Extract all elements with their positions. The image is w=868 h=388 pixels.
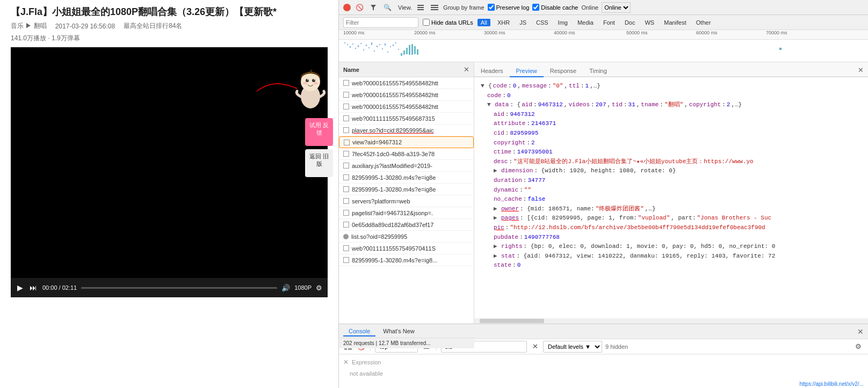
trial-feedback-button[interactable]: 试用 反馈 xyxy=(305,118,333,146)
item-checkbox[interactable] xyxy=(343,174,349,180)
group-by-frame-button[interactable] xyxy=(429,2,440,13)
list-item[interactable]: 0e65dd8a89cd182af6bd37ef17 xyxy=(339,219,474,231)
json-rights-line: ▶ rights : {bp: 0, elec: 0, download: 1,… xyxy=(481,242,862,252)
settings-button[interactable]: ⚙ xyxy=(316,284,322,292)
expression-result: not available xyxy=(339,369,868,378)
item-checkbox[interactable] xyxy=(343,92,349,98)
filter-icon[interactable] xyxy=(368,2,379,13)
tab-console[interactable]: Console xyxy=(343,327,375,336)
selected-list-item[interactable]: view?aid=9467312 xyxy=(339,136,474,148)
json-no-cache-line: no_cache : false xyxy=(481,195,862,204)
filter-other[interactable]: Other xyxy=(693,19,714,26)
console-settings-button[interactable]: ⚙ xyxy=(853,341,864,352)
list-item[interactable]: 7fec452f-1dc0-4b88-a319-3e78 xyxy=(339,148,474,160)
json-ctime-line: ctime : 1497395001 xyxy=(481,148,862,157)
tab-response[interactable]: Response xyxy=(544,65,583,77)
svg-rect-43 xyxy=(414,46,416,54)
tab-headers[interactable]: Headers xyxy=(474,65,510,77)
filter-doc[interactable]: Doc xyxy=(622,19,638,26)
item-checkbox[interactable] xyxy=(343,186,349,192)
filter-img[interactable]: Img xyxy=(555,19,570,26)
item-checkbox[interactable] xyxy=(343,115,349,121)
json-owner-line: ▶ owner : {mid: 186571, name: "终极爆炸团团酱" … xyxy=(481,204,862,214)
item-checkbox[interactable] xyxy=(343,163,349,169)
quality-button[interactable]: 1080P xyxy=(294,284,312,291)
filter-font[interactable]: Font xyxy=(601,19,618,26)
json-dynamic-line: dynamic : "" xyxy=(481,186,862,195)
throttle-select[interactable]: Online xyxy=(602,2,631,13)
item-checkbox[interactable] xyxy=(343,104,349,109)
filter-css[interactable]: CSS xyxy=(533,19,551,26)
data-expand[interactable]: ▼ xyxy=(487,100,494,110)
item-checkbox[interactable] xyxy=(343,127,349,133)
filter-xhr[interactable]: XHR xyxy=(495,19,512,26)
play-button[interactable]: ▶ xyxy=(16,283,24,292)
owner-expand[interactable]: ▶ xyxy=(494,204,500,214)
item-checkbox[interactable] xyxy=(343,198,349,204)
close-preview[interactable]: ✕ xyxy=(853,64,868,76)
record-button[interactable] xyxy=(343,4,351,11)
volume-icon[interactable]: 🔊 xyxy=(281,284,290,292)
list-item[interactable]: web?00001615557549558482htt xyxy=(339,89,474,101)
list-item[interactable]: 82959995-1-30280.m4s?e=ig8e xyxy=(339,184,474,195)
stat-expand[interactable]: ▶ xyxy=(494,252,500,261)
item-checkbox[interactable] xyxy=(343,222,349,228)
search-icon[interactable]: 🔍 xyxy=(382,2,393,13)
console-filter-clear[interactable]: ✕ xyxy=(530,342,540,352)
next-button[interactable]: ⏭ xyxy=(28,283,38,292)
list-item[interactable]: list.so?oid=82959995 xyxy=(339,231,474,243)
list-item[interactable]: 82959995-1-30280.m4s?e=ig8... xyxy=(339,254,474,266)
filter-manifest[interactable]: Manifest xyxy=(661,19,689,26)
item-checkbox[interactable] xyxy=(343,245,349,251)
back-old-button[interactable]: 返回 旧版 xyxy=(305,149,333,177)
timeline-chart xyxy=(339,40,868,62)
item-checkbox[interactable] xyxy=(343,210,349,216)
item-checkbox[interactable] xyxy=(343,151,349,157)
close-name-list[interactable]: ✕ xyxy=(464,65,469,74)
rights-expand[interactable]: ▶ xyxy=(494,242,500,252)
horizontal-scrollbar[interactable] xyxy=(474,318,868,324)
disable-cache-checkbox[interactable] xyxy=(532,4,539,11)
list-item[interactable]: web?001111155575495687315 xyxy=(339,113,474,125)
list-item[interactable]: auxiliary.js?lastModified=2019- xyxy=(339,160,474,172)
item-checkbox[interactable] xyxy=(343,80,349,86)
filter-ws[interactable]: WS xyxy=(642,19,657,26)
svg-rect-13 xyxy=(417,9,424,10)
console-expression-area: ✕ Expression xyxy=(339,354,868,369)
list-view-button[interactable] xyxy=(415,2,426,13)
filter-js[interactable]: JS xyxy=(517,19,529,26)
mark-60000: 60000 ms xyxy=(696,30,718,35)
tab-preview[interactable]: Preview xyxy=(510,65,544,77)
expression-close[interactable]: ✕ xyxy=(343,358,349,366)
tab-timing[interactable]: Timing xyxy=(583,65,613,77)
pages-expand[interactable]: ▶ xyxy=(494,214,500,223)
clear-button[interactable]: 🚫 xyxy=(354,2,365,13)
tab-whats-new[interactable]: What's New xyxy=(378,327,419,336)
filter-input[interactable] xyxy=(343,17,418,28)
dimension-expand[interactable]: ▶ xyxy=(494,166,500,176)
json-code-line: code : 0 xyxy=(481,91,862,101)
name-list: Name ✕ web?00001615557549558482htt web?0… xyxy=(339,62,474,324)
list-item[interactable]: servers?platform=web xyxy=(339,195,474,207)
console-close-button[interactable]: ✕ xyxy=(857,327,864,336)
root-expand[interactable]: ▼ xyxy=(481,82,487,91)
item-checkbox[interactable] xyxy=(343,257,349,263)
json-pages-line: ▶ pages : [{cid: 82959995, page: 1, from… xyxy=(481,214,862,223)
filter-all[interactable]: All xyxy=(478,19,490,26)
console-level-select[interactable]: Default levels ▼ xyxy=(543,341,602,353)
scrollbar-thumb[interactable] xyxy=(480,319,544,323)
list-item[interactable]: web?00001615557549558482htt xyxy=(339,101,474,113)
list-item[interactable]: web?00111115557549570411S xyxy=(339,243,474,254)
list-item[interactable]: pagelist?aid=9467312&jsonp=. xyxy=(339,207,474,219)
list-item[interactable]: 82959995-1-30280.m4s?e=ig8e xyxy=(339,172,474,184)
hide-data-urls-checkbox[interactable] xyxy=(423,19,430,26)
item-checkbox[interactable] xyxy=(344,140,350,145)
devtools-toolbar: 🚫 🔍 View. Group by frame Preserve log Di… xyxy=(339,0,868,15)
video-meta: 音乐 ▶ 翻唱 2017-03-29 16:56:08 最高全站日排行84名 xyxy=(0,21,338,34)
progress-bar[interactable] xyxy=(81,287,277,289)
filter-media[interactable]: Media xyxy=(575,19,596,26)
preserve-log-checkbox[interactable] xyxy=(488,4,495,11)
breadcrumb[interactable]: 音乐 ▶ 翻唱 xyxy=(11,21,47,31)
list-item[interactable]: player.so?id=cid:82959995&aic xyxy=(339,125,474,136)
list-item[interactable]: web?00001615557549558482htt xyxy=(339,77,474,89)
